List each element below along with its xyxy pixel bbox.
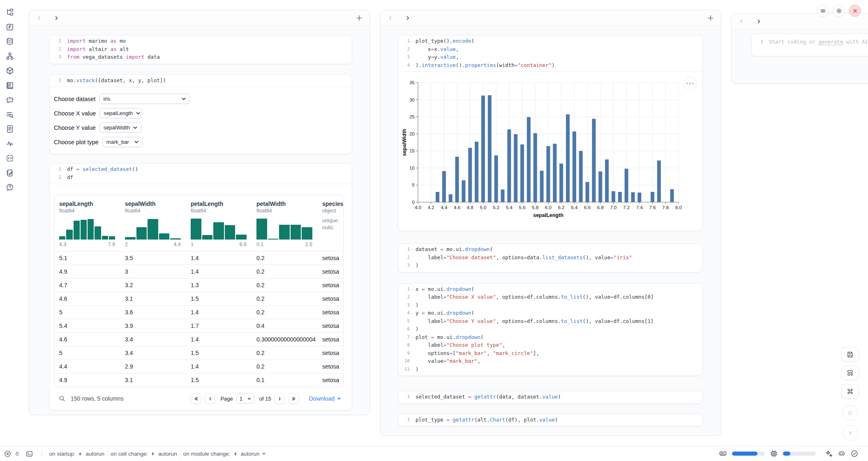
- code-line[interactable]: 1selected_dataset = getattr(data, datase…: [398, 393, 702, 401]
- code-line[interactable]: 2 x=x.value,: [398, 45, 702, 53]
- code-line[interactable]: 1df = selected_dataset(): [50, 165, 352, 173]
- column-next-icon[interactable]: [404, 15, 411, 21]
- table-row[interactable]: 53.61.40.2setosa: [54, 305, 343, 319]
- add-cell-icon[interactable]: [356, 14, 363, 22]
- on-startup-toggle[interactable]: on startup:autorun: [49, 451, 105, 457]
- code-line[interactable]: 4⌄y = mo.ui.dropdown(: [398, 309, 702, 317]
- close-button[interactable]: [849, 5, 861, 17]
- code-line[interactable]: 6): [398, 325, 702, 333]
- settings-gear-button[interactable]: [833, 5, 845, 17]
- keyboard-shortcuts-button[interactable]: [841, 384, 859, 399]
- documentation-icon[interactable]: [5, 124, 14, 134]
- table-row[interactable]: 4.42.91.40.2setosa: [54, 360, 343, 373]
- fold-chevron-icon[interactable]: ⌄: [410, 285, 416, 293]
- column-prev-icon[interactable]: [387, 15, 394, 21]
- cell-dataset-dropdown[interactable]: 1⌄dataset = mo.ui.dropdown(2 label="Choo…: [398, 243, 703, 272]
- table-row[interactable]: 4.93.11.50.1setosa: [54, 373, 343, 387]
- table-row[interactable]: 5.43.91.70.4setosa: [54, 319, 343, 332]
- code-line[interactable]: 2import altair as alt: [50, 45, 352, 53]
- fold-chevron-icon[interactable]: ⌄: [410, 37, 416, 45]
- column-next-icon[interactable]: [755, 18, 762, 25]
- code-line[interactable]: 10 value="mark_bar",: [398, 357, 702, 365]
- table-row[interactable]: 5.13.51.40.2setosa: [54, 251, 343, 265]
- errors-icon[interactable]: [4, 450, 11, 457]
- code-line[interactable]: 2 label="Choose X value", options=df.col…: [398, 293, 702, 301]
- menu-button[interactable]: [817, 5, 829, 17]
- first-page-button[interactable]: [191, 393, 201, 404]
- chart-actions-button[interactable]: [683, 77, 697, 90]
- page-select[interactable]: 1: [236, 394, 254, 403]
- choose-dataset-select[interactable]: iris: [99, 94, 190, 104]
- search-icon[interactable]: [59, 395, 65, 402]
- table-row[interactable]: 53.41.50.2setosa: [54, 346, 343, 360]
- choose-y-value-select[interactable]: sepalWidth: [99, 122, 141, 133]
- code-line[interactable]: 1⌄plot_type().encode(: [398, 37, 702, 45]
- save-button[interactable]: [841, 347, 859, 362]
- generate-link[interactable]: generate: [818, 39, 843, 45]
- connection-status-icon[interactable]: [851, 450, 858, 457]
- choose-x-value-select[interactable]: sepalLength: [99, 108, 142, 118]
- code-line[interactable]: 7⌄plot = mo.ui.dropdown(: [398, 333, 702, 341]
- fold-chevron-icon[interactable]: ⌄: [410, 245, 416, 254]
- code-line[interactable]: 1⌄x = mo.ui.dropdown(: [398, 285, 702, 293]
- table-row[interactable]: 4.931.40.2setosa: [54, 265, 343, 278]
- table-row[interactable]: 4.63.11.50.2setosa: [54, 292, 343, 305]
- code-line[interactable]: 1mo.vstack([dataset, x, y, plot]): [50, 76, 352, 85]
- code-line[interactable]: 3): [398, 301, 702, 309]
- column-prev-icon[interactable]: [36, 15, 42, 21]
- datasources-icon[interactable]: [5, 37, 14, 46]
- code-line[interactable]: 8 label="Choose plot type",: [398, 341, 702, 349]
- code-line[interactable]: 2 label="Choose dataset", options=data.l…: [398, 254, 702, 262]
- table-row[interactable]: 4.63.41.40.30000000000000004setosa: [54, 332, 343, 346]
- outline-icon[interactable]: [5, 81, 14, 90]
- code-line[interactable]: 1import marimo as mo: [50, 37, 352, 45]
- cell-imports[interactable]: 1import marimo as mo2import altair as al…: [49, 35, 352, 64]
- chart-output[interactable]: 4.04.24.44.64.85.05.25.45.65.86.06.26.46…: [398, 72, 702, 230]
- scratchpad-icon[interactable]: [5, 168, 14, 177]
- code-line[interactable]: 1plot_type = getattr(alt.Chart(df), plot…: [398, 416, 702, 424]
- table-column-header[interactable]: speciesobjectunique:nulls:: [317, 201, 344, 247]
- code-placeholder[interactable]: Start coding or generate with AI: [769, 38, 868, 46]
- cell-chart[interactable]: 1⌄plot_type().encode(2 x=x.value,3 y=y.v…: [398, 35, 703, 231]
- tracing-icon[interactable]: [5, 139, 14, 148]
- snippets-icon[interactable]: [5, 154, 14, 163]
- table-column-header[interactable]: sepalLengthfloat644.37.9: [54, 201, 120, 247]
- cell-dataframe[interactable]: 1df = selected_dataset()2df sepalLengthf…: [49, 163, 352, 410]
- ai-sparkles-icon[interactable]: [825, 450, 833, 457]
- fold-chevron-icon[interactable]: ⌄: [410, 333, 416, 341]
- table-column-header[interactable]: petalLengthfloat6416.9: [186, 201, 252, 247]
- cell-plot-type[interactable]: 1plot_type = getattr(alt.Chart(df), plot…: [398, 414, 703, 427]
- last-page-button[interactable]: [289, 393, 299, 404]
- code-line[interactable]: 3): [398, 261, 702, 270]
- stop-button[interactable]: [843, 405, 858, 421]
- code-line[interactable]: 5 label="Choose Y value", options=df.col…: [398, 317, 702, 325]
- choose-plot-type-select[interactable]: mark_bar: [102, 137, 143, 147]
- code-line[interactable]: 2df: [50, 173, 352, 182]
- run-button[interactable]: [843, 425, 858, 440]
- terminal-icon[interactable]: [26, 450, 33, 457]
- code-line[interactable]: 9 options=["mark_bar", "mark_circle"],: [398, 349, 702, 357]
- next-page-button[interactable]: [275, 393, 285, 404]
- dependencies-icon[interactable]: [5, 52, 14, 61]
- logs-icon[interactable]: [5, 110, 14, 119]
- layout-toggle-button[interactable]: [841, 366, 859, 380]
- column-next-icon[interactable]: [53, 15, 60, 21]
- variables-icon[interactable]: [5, 23, 14, 32]
- column-prev-icon[interactable]: [738, 18, 745, 25]
- sepal-bar-chart[interactable]: 4.04.24.44.64.85.05.25.45.65.86.06.26.46…: [401, 73, 697, 226]
- code-line[interactable]: 4).interactive().properties(width="conta…: [398, 61, 702, 69]
- help-icon[interactable]: [5, 183, 14, 192]
- on-cell-change-toggle[interactable]: on cell change:autorun: [111, 451, 177, 457]
- empty-code-cell[interactable]: 1 Start coding or generate with AI: [751, 33, 868, 56]
- download-button[interactable]: Download: [309, 395, 341, 402]
- chat-icon[interactable]: [5, 95, 14, 104]
- table-column-header[interactable]: sepalWidthfloat6424.4: [120, 201, 186, 247]
- table-column-header[interactable]: petalWidthfloat640.12.5: [252, 201, 317, 247]
- code-line[interactable]: 3from vega_datasets import data: [50, 53, 352, 61]
- code-line[interactable]: 3 y=y.value,: [398, 53, 702, 61]
- file-explorer-icon[interactable]: [5, 8, 14, 17]
- copilot-icon[interactable]: [838, 450, 845, 457]
- code-line[interactable]: 11): [398, 365, 702, 373]
- packages-icon[interactable]: [5, 66, 14, 75]
- prev-page-button[interactable]: [205, 393, 215, 404]
